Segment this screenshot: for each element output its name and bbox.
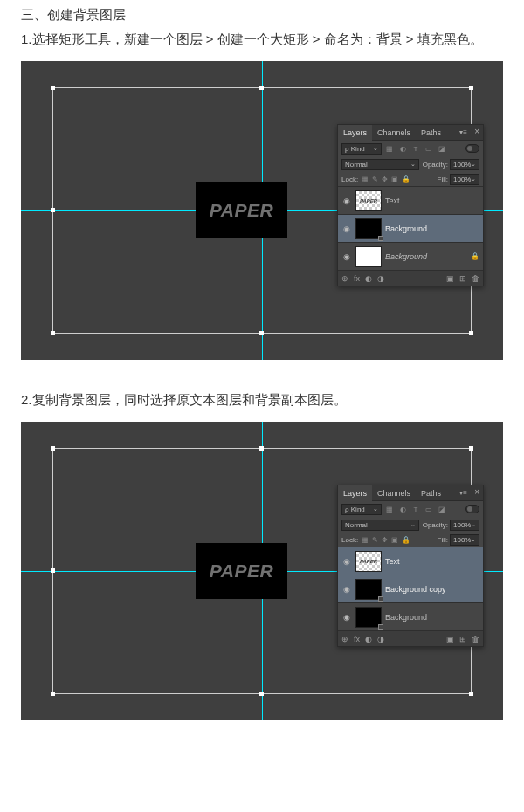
kind-dropdown[interactable]: ρ Kind ⌄	[341, 143, 382, 155]
layer-name[interactable]: Background	[385, 613, 427, 622]
chevron-down-icon: ⌄	[410, 161, 416, 168]
tab-channels[interactable]: Channels	[372, 485, 416, 501]
lock-artboard-icon[interactable]: ▣	[391, 175, 398, 183]
fx-icon[interactable]: fx	[354, 635, 360, 643]
layer-thumbnail[interactable]: PAPER	[355, 551, 382, 572]
lock-all-icon[interactable]: 🔒	[402, 175, 410, 183]
handle-icon	[51, 692, 55, 696]
close-icon[interactable]: ×	[474, 127, 479, 136]
group-icon[interactable]: ▣	[446, 274, 454, 283]
opacity-input[interactable]: 100% ⌄	[450, 520, 479, 531]
tab-paths[interactable]: Paths	[416, 485, 446, 501]
artwork-text: PAPER	[210, 200, 273, 221]
lock-row: Lock: ▦ ✎ ✥ ▣ 🔒 Fill: 100% ⌄	[338, 533, 483, 547]
filter-adjust-icon[interactable]: ◐	[397, 143, 408, 154]
chevron-down-icon: ⌄	[471, 536, 476, 543]
filter-toggle[interactable]	[465, 505, 479, 513]
opacity-value: 100%	[453, 161, 471, 169]
layer-thumbnail[interactable]	[355, 246, 382, 267]
layer-name[interactable]: Text	[385, 557, 400, 566]
handle-icon	[51, 331, 55, 335]
mask-icon[interactable]: ◐	[365, 635, 372, 643]
adjustment-icon[interactable]: ◑	[377, 635, 384, 643]
group-icon[interactable]: ▣	[446, 635, 454, 643]
lock-position-icon[interactable]: ✥	[382, 536, 388, 544]
visibility-icon[interactable]: ◉	[341, 224, 352, 234]
trash-icon[interactable]: 🗑	[472, 274, 479, 283]
lock-position-icon[interactable]: ✥	[382, 175, 388, 183]
blend-mode-dropdown[interactable]: Normal ⌄	[341, 520, 419, 531]
layer-thumbnail[interactable]	[355, 607, 382, 628]
filter-type-icon[interactable]: T	[410, 143, 421, 154]
tab-paths[interactable]: Paths	[416, 125, 446, 141]
tab-layers[interactable]: Layers	[338, 125, 372, 141]
layer-row[interactable]: ◉ Background 🔒	[338, 242, 483, 270]
mask-icon[interactable]: ◐	[365, 274, 372, 283]
lock-brush-icon[interactable]: ✎	[372, 536, 378, 544]
fill-input[interactable]: 100% ⌄	[450, 534, 479, 546]
layer-thumbnail[interactable]	[355, 579, 382, 600]
kind-dropdown[interactable]: ρ Kind ⌄	[341, 504, 382, 515]
shape-badge-icon	[378, 624, 383, 630]
layer-row[interactable]: ◉ Background	[338, 602, 483, 630]
blend-row: Normal ⌄ Opacity: 100% ⌄	[338, 517, 483, 533]
panel-tabbar: Layers Channels Paths ▾≡ ×	[338, 125, 483, 141]
new-layer-icon[interactable]: ⊞	[459, 635, 466, 643]
layer-name[interactable]: Background	[385, 224, 427, 233]
layer-name[interactable]: Background copy	[385, 585, 446, 594]
fill-label: Fill:	[438, 536, 448, 544]
lock-transparency-icon[interactable]: ▦	[362, 536, 369, 544]
thumb-text: PAPER	[360, 559, 377, 564]
filter-pixel-icon[interactable]: ▦	[384, 504, 395, 514]
layer-thumbnail[interactable]	[355, 218, 382, 239]
link-layers-icon[interactable]: ⊕	[341, 635, 348, 643]
filter-adjust-icon[interactable]: ◐	[397, 504, 408, 514]
trash-icon[interactable]: 🗑	[472, 635, 479, 643]
layer-name[interactable]: Text	[385, 196, 400, 205]
fill-label: Fill:	[438, 175, 448, 183]
tab-layers[interactable]: Layers	[338, 485, 372, 501]
adjustment-icon[interactable]: ◑	[377, 274, 384, 283]
layer-row[interactable]: ◉ Background	[338, 214, 483, 242]
filter-shape-icon[interactable]: ▭	[424, 504, 434, 514]
tab-channels[interactable]: Channels	[372, 125, 416, 141]
handle-icon	[51, 446, 55, 451]
artwork-text: PAPER	[210, 561, 273, 581]
visibility-icon[interactable]: ◉	[341, 196, 352, 206]
new-layer-icon[interactable]: ⊞	[459, 274, 466, 283]
lock-brush-icon[interactable]: ✎	[372, 175, 378, 183]
visibility-icon[interactable]: ◉	[341, 584, 352, 595]
panel-footer: ⊕ fx ◐ ◑ ▣ ⊞ 🗑	[338, 630, 483, 646]
link-layers-icon[interactable]: ⊕	[341, 274, 348, 283]
filter-smart-icon[interactable]: ◪	[437, 143, 447, 154]
filter-row: ρ Kind ⌄ ▦ ◐ T ▭ ◪	[338, 141, 483, 156]
fx-icon[interactable]: fx	[354, 274, 360, 283]
layer-row[interactable]: ◉ PAPER Text	[338, 186, 483, 214]
filter-shape-icon[interactable]: ▭	[424, 143, 434, 154]
blend-mode-dropdown[interactable]: Normal ⌄	[341, 159, 419, 170]
close-icon[interactable]: ×	[474, 487, 479, 497]
handle-icon	[469, 692, 473, 696]
layer-name[interactable]: Background	[385, 252, 427, 261]
fill-input[interactable]: 100% ⌄	[450, 174, 479, 185]
lock-all-icon[interactable]: 🔒	[402, 536, 410, 544]
filter-type-icon[interactable]: T	[410, 504, 421, 514]
visibility-icon[interactable]: ◉	[341, 556, 352, 567]
handle-icon	[259, 446, 264, 451]
lock-artboard-icon[interactable]: ▣	[391, 536, 398, 544]
layers-panel: Layers Channels Paths ▾≡ × ρ Kind ⌄ ▦ ◐ …	[337, 124, 484, 286]
filter-pixel-icon[interactable]: ▦	[384, 143, 395, 154]
opacity-input[interactable]: 100% ⌄	[450, 159, 479, 170]
lock-transparency-icon[interactable]: ▦	[362, 175, 369, 183]
lock-icon[interactable]: 🔒	[471, 252, 479, 260]
panel-menu-icon[interactable]: ▾≡	[459, 489, 467, 497]
filter-toggle[interactable]	[465, 144, 479, 153]
visibility-icon[interactable]: ◉	[341, 251, 352, 262]
layer-thumbnail[interactable]: PAPER	[355, 190, 382, 211]
visibility-icon[interactable]: ◉	[341, 612, 352, 623]
filter-smart-icon[interactable]: ◪	[437, 504, 447, 514]
panel-menu-icon[interactable]: ▾≡	[459, 128, 467, 136]
layer-row[interactable]: ◉ PAPER Text	[338, 547, 483, 575]
handle-icon	[259, 331, 264, 335]
layer-row[interactable]: ◉ Background copy	[338, 575, 483, 602]
